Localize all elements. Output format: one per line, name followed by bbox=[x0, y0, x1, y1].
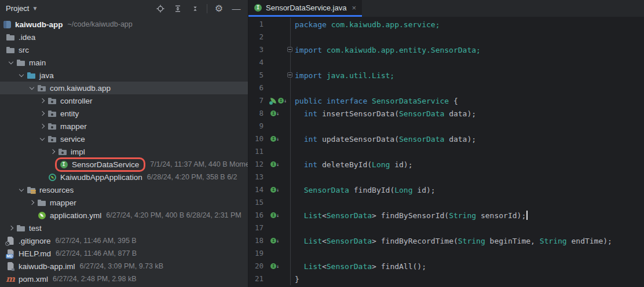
implemented-icon[interactable]: I↓ bbox=[270, 111, 279, 116]
tree-item-kaiwudb-app-iml[interactable]: kaiwudb-app.iml6/27/24, 3:09 PM, 9.73 kB bbox=[0, 260, 248, 273]
hide-panel-icon[interactable]: — bbox=[229, 2, 243, 15]
line-number[interactable]: 13 bbox=[248, 171, 264, 183]
chevron-down-icon[interactable]: ▼ bbox=[32, 5, 38, 12]
implemented-icon[interactable]: I↓ bbox=[270, 187, 279, 193]
tree-item-kaiwudb-app[interactable]: kaiwudb-app~/code/kaiwudb-app bbox=[0, 18, 248, 31]
tree-item-src[interactable]: src bbox=[0, 43, 248, 56]
chevron-right-icon[interactable] bbox=[27, 201, 37, 204]
code-line-19[interactable]: 19 bbox=[248, 247, 644, 260]
tree-item-gitignore[interactable]: .gitignore6/27/24, 11:46 AM, 395 B bbox=[0, 234, 248, 247]
line-number[interactable]: 6 bbox=[248, 82, 264, 94]
fold-marker-icon[interactable] bbox=[287, 47, 292, 52]
line-number[interactable]: 18 bbox=[248, 234, 264, 247]
chevron-down-icon[interactable] bbox=[16, 74, 27, 76]
tree-item-main[interactable]: main bbox=[0, 56, 248, 69]
locate-file-icon[interactable] bbox=[153, 2, 167, 15]
line-number[interactable]: 15 bbox=[248, 196, 264, 209]
implemented-icon[interactable]: I↓ bbox=[270, 136, 279, 142]
code-line-2[interactable]: 2 bbox=[248, 31, 644, 43]
code-line-6[interactable]: 6 bbox=[248, 82, 644, 94]
chevron-right-icon[interactable] bbox=[6, 226, 16, 230]
tab-sensordataservice-java[interactable]: I SensorDataService.java × bbox=[248, 0, 362, 17]
line-number[interactable]: 9 bbox=[248, 120, 264, 133]
chevron-down-icon[interactable] bbox=[6, 61, 16, 64]
chevron-right-icon[interactable] bbox=[37, 112, 47, 115]
expand-all-icon[interactable] bbox=[171, 2, 185, 15]
code-line-14[interactable]: 14I↓ SensorData findById(Long id); bbox=[248, 183, 644, 196]
spring-bean-icon[interactable] bbox=[270, 98, 276, 104]
tree-item-idea[interactable]: .idea bbox=[0, 31, 248, 43]
code-line-4[interactable]: 4 bbox=[248, 56, 644, 69]
chevron-down-icon[interactable] bbox=[16, 189, 27, 191]
tree-item-resources[interactable]: resources bbox=[0, 183, 248, 196]
project-tool-window-title[interactable]: Project bbox=[6, 4, 29, 13]
implemented-icon[interactable]: I↓ bbox=[270, 161, 279, 167]
line-number[interactable]: 8 bbox=[248, 107, 264, 120]
code-area[interactable]: 1package com.kaiwudb.app.service;23impor… bbox=[248, 17, 644, 287]
code-line-11[interactable]: 11 bbox=[248, 145, 644, 158]
line-number[interactable]: 16 bbox=[248, 209, 264, 222]
line-number[interactable]: 2 bbox=[248, 31, 264, 43]
code-line-5[interactable]: 5import java.util.List; bbox=[248, 69, 644, 82]
tree-item-impl[interactable]: impl bbox=[0, 145, 248, 158]
line-number[interactable]: 1 bbox=[248, 18, 264, 31]
tree-item-test[interactable]: test bbox=[0, 222, 248, 234]
tree-item-service[interactable]: service bbox=[0, 133, 248, 145]
code-line-20[interactable]: 20I↓ List<SensorData> findAll(); bbox=[248, 260, 644, 273]
code-line-9[interactable]: 9 bbox=[248, 120, 644, 133]
code-line-18[interactable]: 18I↓ List<SensorData> findByRecordTime(S… bbox=[248, 234, 644, 247]
tree-item-mapper[interactable]: mapper bbox=[0, 196, 248, 209]
tree-item-java[interactable]: java bbox=[0, 69, 248, 82]
line-number[interactable]: 20 bbox=[248, 260, 264, 273]
line-number[interactable]: 11 bbox=[248, 145, 264, 158]
code-line-12[interactable]: 12I↓ int deleteById(Long id); bbox=[248, 158, 644, 171]
line-number[interactable]: 5 bbox=[248, 69, 264, 82]
gutter-icons: I↓ bbox=[264, 107, 290, 120]
implemented-icon[interactable]: I↓ bbox=[270, 238, 279, 244]
line-number[interactable]: 3 bbox=[248, 43, 264, 56]
collapse-all-icon[interactable] bbox=[188, 2, 202, 15]
chevron-down-icon[interactable] bbox=[27, 87, 37, 89]
tree-item-application-yml[interactable]: application.yml6/27/24, 4:20 PM, 400 B 6… bbox=[0, 209, 248, 222]
tree-item-kaiwudbappapplication[interactable]: KaiwudbAppApplication6/28/24, 4:20 PM, 3… bbox=[0, 171, 248, 183]
tree-item-entity[interactable]: entity bbox=[0, 107, 248, 120]
tree-item-help-md[interactable]: MDHELP.md6/27/24, 11:46 AM, 877 B bbox=[0, 247, 248, 260]
tree-item-sensordataservice[interactable]: ISensorDataService7/1/24, 11:37 AM, 440 … bbox=[0, 158, 248, 171]
line-number[interactable]: 14 bbox=[248, 183, 264, 196]
code-line-16[interactable]: 16I↓ List<SensorData> findBySensorId(Str… bbox=[248, 209, 644, 222]
gutter-icons: I↓ bbox=[264, 133, 290, 145]
line-number[interactable]: 12 bbox=[248, 158, 264, 171]
implemented-icon[interactable]: I↓ bbox=[270, 212, 279, 218]
code-line-13[interactable]: 13 bbox=[248, 171, 644, 183]
tree-item-controller[interactable]: controller bbox=[0, 94, 248, 107]
down-arrow-icon: ↓ bbox=[276, 263, 279, 269]
code-line-10[interactable]: 10I↓ int updateSensorData(SensorData dat… bbox=[248, 133, 644, 145]
line-number[interactable]: 7 bbox=[248, 94, 264, 107]
settings-gear-icon[interactable]: ⚙ bbox=[212, 2, 226, 15]
line-number[interactable]: 21 bbox=[248, 273, 264, 285]
line-number[interactable]: 4 bbox=[248, 56, 264, 69]
code-line-7[interactable]: 7I↓public interface SensorDataService { bbox=[248, 94, 644, 107]
line-number[interactable]: 17 bbox=[248, 222, 264, 234]
code-line-1[interactable]: 1package com.kaiwudb.app.service; bbox=[248, 18, 644, 31]
chevron-right-icon[interactable] bbox=[37, 124, 47, 128]
chevron-down-icon[interactable] bbox=[37, 138, 47, 140]
line-number[interactable]: 19 bbox=[248, 247, 264, 260]
code-line-15[interactable]: 15 bbox=[248, 196, 644, 209]
implemented-icon[interactable]: I↓ bbox=[270, 263, 279, 269]
implemented-icon[interactable]: I↓ bbox=[278, 98, 287, 104]
code-line-17[interactable]: 17 bbox=[248, 222, 644, 234]
tree-item-com-kaiwudb-app[interactable]: com.kaiwudb.app bbox=[0, 82, 248, 94]
code-line-3[interactable]: 3import com.kaiwudb.app.entity.SensorDat… bbox=[248, 43, 644, 56]
tree-item-mapper[interactable]: mapper bbox=[0, 120, 248, 133]
code-line-8[interactable]: 8I↓ int insertSensorData(SensorData data… bbox=[248, 107, 644, 120]
package-icon bbox=[47, 134, 57, 144]
close-icon[interactable]: × bbox=[352, 3, 356, 12]
chevron-right-icon[interactable] bbox=[47, 150, 58, 153]
gutter-icons bbox=[264, 43, 290, 56]
code-line-21[interactable]: 21} bbox=[248, 273, 644, 285]
chevron-right-icon[interactable] bbox=[37, 99, 47, 102]
tree-item-pom-xml[interactable]: mpom.xml6/27/24, 2:48 PM, 2.98 kB bbox=[0, 273, 248, 285]
fold-marker-icon[interactable] bbox=[287, 72, 292, 78]
line-number[interactable]: 10 bbox=[248, 133, 264, 145]
